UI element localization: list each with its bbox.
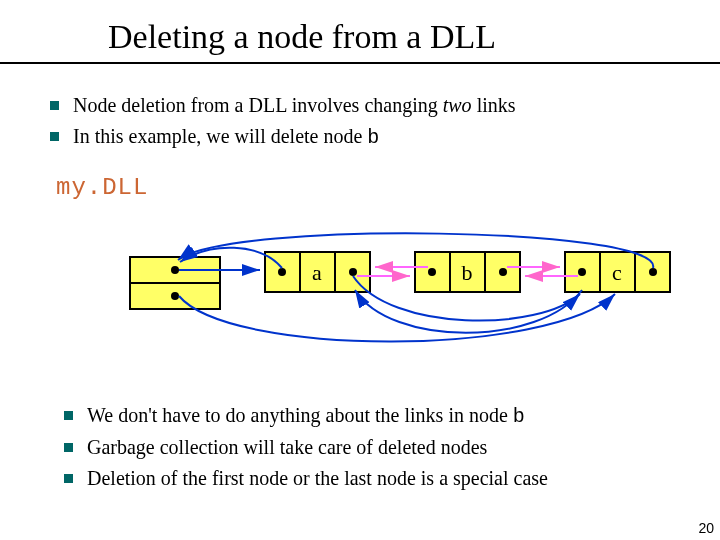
svg-point-18 [649,268,657,276]
title-underline [0,62,720,64]
node-a-label: a [312,260,322,285]
bullet-text: Node deletion from a DLL involves changi… [73,94,443,116]
bullet-item: We don't have to do anything about the l… [64,402,704,430]
bullet-item: Garbage collection will take care of del… [64,434,704,461]
bullet-text: We don't have to do anything about the l… [87,404,513,426]
node-c: c [565,252,670,292]
svg-point-17 [578,268,586,276]
svg-point-12 [428,268,436,276]
bullet-marker-icon [50,101,59,110]
svg-point-7 [278,268,286,276]
node-c-label: c [612,260,622,285]
head-box [130,257,220,309]
arrow-head-last-icon [179,294,615,342]
bullet-marker-icon [64,411,73,420]
svg-point-13 [499,268,507,276]
bullet-text: In this example, we will delete node [73,125,367,147]
bullet-text: Deletion of the first node or the last n… [87,467,548,489]
bullet-text: Garbage collection will take care of del… [87,436,487,458]
node-a: a [265,252,370,292]
variable-label: my.DLL [56,174,148,201]
dll-diagram: a b c [120,212,680,362]
bullet-marker-icon [64,474,73,483]
slide-title: Deleting a node from a DLL [108,18,496,56]
node-b-label: b [462,260,473,285]
bullets-bottom: We don't have to do anything about the l… [64,402,704,496]
page-number: 20 [698,520,714,536]
bullet-code: b [367,126,379,149]
svg-point-2 [171,266,179,274]
bullet-code: b [513,405,525,428]
bullets-top: Node deletion from a DLL involves changi… [50,92,670,155]
bullet-item: Deletion of the first node or the last n… [64,465,704,492]
bullet-item: Node deletion from a DLL involves changi… [50,92,670,119]
bullet-text: links [472,94,516,116]
svg-point-3 [171,292,179,300]
bullet-item: In this example, we will delete node b [50,123,670,151]
svg-point-8 [349,268,357,276]
bullet-marker-icon [64,443,73,452]
bullet-emph: two [443,94,472,116]
bullet-marker-icon [50,132,59,141]
node-b: b [415,252,520,292]
